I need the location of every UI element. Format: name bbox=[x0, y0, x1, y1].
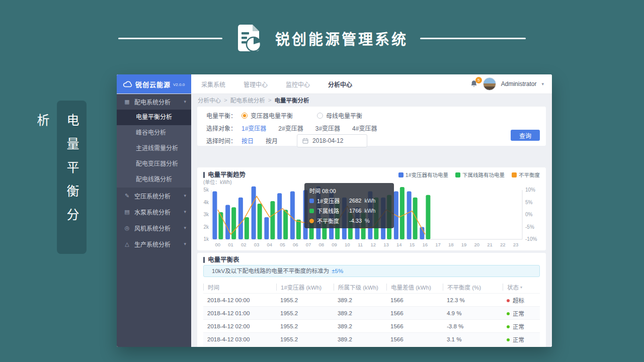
status-label: 正常 bbox=[513, 337, 524, 343]
app-name: 锐创云能源 bbox=[135, 79, 171, 89]
chevron-down-icon[interactable]: ▾ bbox=[541, 81, 544, 86]
tooltip-row: 下属线路1766kWh bbox=[309, 207, 389, 215]
tooltip-label: 不平衡度 bbox=[317, 217, 346, 225]
sidebar: ▦配电系统分析▾电量平衡分析峰谷电分析主进线需量分析配电变压器分析配电线路分析✎… bbox=[117, 94, 191, 347]
table-header-cell[interactable]: 状态▾ bbox=[503, 284, 540, 291]
object-option[interactable]: 2#变压器 bbox=[278, 124, 303, 132]
legend-item[interactable]: 下属线路有功电量 bbox=[455, 171, 505, 178]
table-title-wrap: 电量平衡表 bbox=[203, 256, 239, 263]
sidebar-group[interactable]: ▤水泵系统分析▾ bbox=[117, 204, 191, 220]
object-label: 选择对象： bbox=[206, 124, 242, 132]
time-mode-option[interactable]: 按月 bbox=[266, 136, 278, 145]
sidebar-item[interactable]: 峰谷电分析 bbox=[117, 125, 191, 141]
table-header-cell: 1#变压器 (kWh) bbox=[276, 284, 334, 291]
filter-panel: 电量平衡： 变压器电量平衡母线电量平衡 选择对象： 1#变压器2#变压器3#变压… bbox=[197, 107, 546, 146]
status-dot bbox=[507, 312, 510, 315]
cell-unbalance: 3.1 % bbox=[443, 336, 503, 342]
sidebar-item[interactable]: 主进线需量分析 bbox=[117, 141, 191, 156]
object-options: 1#变压器2#变压器3#变压器4#变压器 bbox=[242, 124, 389, 132]
user-name[interactable]: Administrator bbox=[501, 80, 537, 87]
edit-icon: ✎ bbox=[124, 193, 130, 199]
sidebar-group[interactable]: ◎风机系统分析▾ bbox=[117, 220, 191, 236]
legend-item[interactable]: 1#变压器有功电量 bbox=[398, 171, 448, 178]
breadcrumb-separator: > bbox=[224, 97, 227, 103]
cell-difference: 1566 bbox=[386, 297, 443, 303]
table-panel: 电量平衡表 10kV及以下配电线路的电量不平衡度的标准为±5% 时间1#变压器 … bbox=[197, 253, 546, 347]
radio-option[interactable]: 变压器电量平衡 bbox=[242, 111, 293, 120]
tooltip-row: 1#变压器2682kWh bbox=[309, 197, 389, 205]
time-mode-option[interactable]: 按日 bbox=[242, 136, 254, 145]
status-dot bbox=[507, 338, 510, 341]
object-row: 选择对象： 1#变压器2#变压器3#变压器4#变压器 bbox=[206, 122, 546, 134]
svg-text:03: 03 bbox=[254, 242, 260, 247]
title-accent-bar bbox=[203, 172, 205, 178]
sidebar-group[interactable]: △生产系统分析▾ bbox=[117, 236, 191, 252]
sidebar-group-label: 配电系统分析 bbox=[134, 98, 180, 106]
tooltip-rows: 1#变压器2682kWh下属线路1766kWh不平衡度-4.33% bbox=[309, 197, 389, 225]
tooltip-unit: kWh bbox=[364, 198, 375, 204]
tooltip-label: 1#变压器 bbox=[317, 197, 346, 205]
nav-item[interactable]: 管理中心 bbox=[244, 80, 268, 88]
date-input[interactable]: 2018-04-12 bbox=[297, 134, 367, 147]
notification-bell[interactable]: 5 bbox=[470, 80, 478, 88]
balance-radio-group: 变压器电量平衡母线电量平衡 bbox=[242, 111, 386, 120]
breadcrumb: 分析中心>配电系统分析>电量平衡分析 bbox=[191, 94, 552, 106]
notice-text: 10kV及以下配电线路的电量不平衡度的标准为 bbox=[212, 268, 329, 274]
object-option[interactable]: 3#变压器 bbox=[315, 124, 340, 132]
svg-text:07: 07 bbox=[306, 242, 311, 247]
query-button[interactable]: 查询 bbox=[511, 130, 540, 141]
svg-text:23: 23 bbox=[513, 242, 519, 247]
slide-header: 锐创能源管理系统 bbox=[0, 21, 644, 55]
sidebar-item[interactable]: 电量平衡分析 bbox=[117, 110, 191, 125]
svg-text:4k: 4k bbox=[203, 200, 209, 205]
svg-text:08: 08 bbox=[319, 242, 325, 247]
rows-icon: ▤ bbox=[124, 209, 130, 215]
table-header: 时间1#变压器 (kWh)所属下级 (kWh)电量差值 (kWh)不平衡度 (%… bbox=[203, 281, 540, 293]
cell-transformer: 1955.2 bbox=[276, 297, 334, 303]
tooltip-time: 时间 08:00 bbox=[309, 187, 389, 195]
object-option[interactable]: 1#变压器 bbox=[242, 124, 266, 132]
sidebar-item[interactable]: 配电变压器分析 bbox=[117, 156, 191, 172]
nav-item[interactable]: 监控中心 bbox=[286, 80, 310, 88]
nav-item[interactable]: 分析中心 bbox=[328, 80, 352, 88]
status-label: 正常 bbox=[513, 324, 524, 330]
column-label: 不平衡度 (%) bbox=[447, 283, 481, 291]
table-row: 2018-4-12 00:001955.2389.2156612.3 %超标 bbox=[203, 293, 540, 306]
side-vertical-label: 电量平衡分析 bbox=[57, 101, 87, 254]
svg-text:02: 02 bbox=[241, 242, 247, 247]
legend-label: 1#变压器有功电量 bbox=[406, 171, 448, 178]
sidebar-group[interactable]: ▦配电系统分析▾ bbox=[117, 94, 191, 110]
svg-text:16: 16 bbox=[423, 242, 428, 247]
legend-item[interactable]: 不平衡度 bbox=[512, 171, 540, 178]
cell-subordinate: 389.2 bbox=[334, 323, 386, 329]
cell-unbalance: 12.3 % bbox=[443, 297, 503, 303]
sidebar-group[interactable]: ✎空压系统分析▾ bbox=[117, 188, 191, 204]
sidebar-menu: ▦配电系统分析▾电量平衡分析峰谷电分析主进线需量分析配电变压器分析配电线路分析✎… bbox=[117, 94, 191, 252]
table-header-cell: 所属下级 (kWh) bbox=[334, 284, 386, 291]
app-logo[interactable]: 锐创云能源 V2.0.0 bbox=[117, 74, 191, 94]
breadcrumb-separator: > bbox=[268, 97, 272, 103]
breadcrumb-item[interactable]: 分析中心 bbox=[198, 96, 221, 104]
svg-text:19: 19 bbox=[461, 242, 467, 247]
breadcrumb-item[interactable]: 配电系统分析 bbox=[230, 96, 265, 104]
cell-time: 2018-4-12 03:00 bbox=[203, 336, 276, 342]
svg-text:5%: 5% bbox=[525, 200, 533, 205]
date-value: 2018-04-12 bbox=[312, 137, 343, 144]
sidebar-item[interactable]: 配电线路分析 bbox=[117, 172, 191, 188]
svg-text:-5%: -5% bbox=[525, 224, 534, 230]
radio-label: 母线电量平衡 bbox=[326, 111, 362, 120]
top-nav: 采集系统管理中心监控中心分析中心 bbox=[201, 80, 352, 88]
svg-text:01: 01 bbox=[228, 242, 233, 247]
nav-item[interactable]: 采集系统 bbox=[201, 80, 225, 88]
cell-unbalance: -3.8 % bbox=[443, 323, 503, 329]
object-option[interactable]: 4#变压器 bbox=[352, 124, 377, 132]
avatar[interactable] bbox=[483, 77, 496, 90]
column-label: 状态 bbox=[507, 283, 519, 291]
legend-marker bbox=[455, 172, 460, 177]
chevron-down-icon: ▾ bbox=[184, 99, 186, 104]
radio-option[interactable]: 母线电量平衡 bbox=[317, 111, 362, 120]
notice-banner: 10kV及以下配电线路的电量不平衡度的标准为±5% bbox=[203, 265, 540, 277]
svg-text:1k: 1k bbox=[203, 236, 209, 242]
svg-text:3k: 3k bbox=[203, 212, 209, 217]
breadcrumb-item: 电量平衡分析 bbox=[274, 96, 309, 104]
